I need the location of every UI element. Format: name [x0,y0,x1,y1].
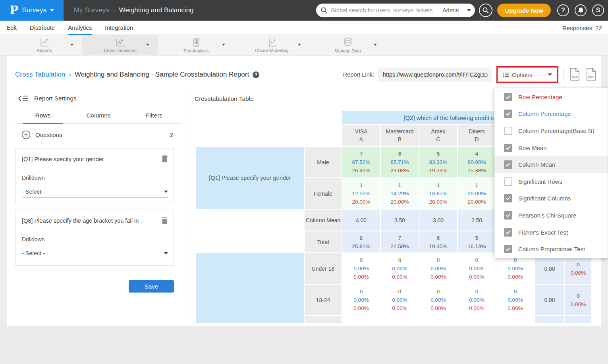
table-cell: 116.67%20.00% [419,178,457,209]
xls-file-icon: XLS [569,68,580,81]
collapse-panel-icon[interactable] [18,95,29,102]
export-xls-button[interactable]: XLS [569,68,580,82]
search-scope-dropdown-icon[interactable] [467,9,471,12]
tool-text-analysis[interactable]: Text Analysis [158,35,234,56]
menu-item-column-percentage[interactable]: Column Percentage [494,106,608,123]
tool-reports[interactable]: Reports [6,35,82,56]
cross-tabulation-link[interactable]: Cross Tabulation [15,71,65,79]
search-icon [321,7,327,13]
tab-edit[interactable]: Edit [6,21,17,35]
count-value: 6 [419,234,457,242]
menu-item-column-proportional-test[interactable]: Column Proportional Test [494,241,608,258]
tool-cross-tabulation[interactable]: Cross-Tabulation [82,35,158,56]
menu-item-column-percentage-base-n[interactable]: Column Percentage(Base N) [494,122,608,139]
row-percentage-value: 0.00% [458,264,496,273]
checkbox-unchecked[interactable] [504,127,512,135]
menu-item-column-mean[interactable]: Column Mean [494,156,608,173]
menu-item-fisher-s-exact-test[interactable]: Fisher's Exact Test [494,224,608,241]
drilldown-label: Drilldown [22,175,45,181]
checkbox-unchecked[interactable] [504,177,512,186]
search-submit-button[interactable] [479,4,492,17]
report-url[interactable]: https://www.questionpro.com/t/lFFCZg [383,71,480,78]
tab-columns[interactable]: Columns [71,109,126,123]
checkbox-checked[interactable] [504,211,512,220]
table-cell: 00.00%0.00% [342,285,380,315]
menu-item-row-percentage[interactable]: Row Percentage [494,89,608,106]
count-value: 0 [565,260,591,269]
report-url-field[interactable]: https://www.questionpro.com/t/lFFCZg [378,67,492,82]
global-search: Admin [316,4,475,17]
table-cell: 00.00%0.00% [458,285,496,315]
drilldown-select[interactable]: - Select - [22,186,168,198]
checkbox-checked[interactable] [504,194,512,202]
tool-choice-modelling[interactable]: Choice Modelling [234,35,310,56]
chevron-down-icon[interactable] [222,44,225,46]
column-percentage-value: 0.00% [496,273,534,281]
column-percentage-value: 20.00% [381,198,419,206]
export-pdf-button[interactable]: PDF [586,68,597,82]
total-percentage-value: 22.58% [381,242,419,250]
checkbox-checked[interactable] [504,228,512,237]
svg-text:PDF: PDF [588,75,594,79]
q1-row-question-header: [Q1] Please specify your gender [196,147,304,209]
question-card-q1: [Q1] Please specify your gender Drilldow… [15,148,174,204]
panel-divider [187,89,187,324]
breadcrumb-separator: › [113,7,115,14]
menu-item-label: Significant Rows [518,178,562,185]
menu-item-label: Row Percentage [518,94,562,100]
checkbox-checked[interactable] [504,144,512,152]
choice-modelling-icon [267,38,277,47]
count-value: 0 [458,256,496,264]
chevron-down-icon[interactable] [298,44,301,46]
notifications-button[interactable] [575,4,587,16]
chevron-down-icon[interactable] [374,44,377,46]
column-percentage-value: 0.00% [381,304,419,312]
delete-question-icon[interactable] [162,217,168,224]
options-button[interactable]: Options [498,67,557,82]
menu-item-pearson-s-chi-square[interactable]: Pearson's Chi-Square [494,207,608,224]
annotation-highlight-box: Options [496,66,558,83]
checkbox-checked[interactable] [504,110,512,118]
add-question-icon[interactable] [21,130,31,139]
menu-item-significant-rows[interactable]: Significant Rows [494,173,608,190]
survey-nav: Edit Distribute Analytics Integration Re… [0,21,608,35]
row-percentage-value: 80.00% [458,158,496,166]
chevron-down-icon[interactable] [70,44,73,46]
upgrade-now-button[interactable]: Upgrade Now [497,4,551,17]
tab-analytics[interactable]: Analytics [68,21,92,35]
report-link-cluster: Report Link: https://www.questionpro.com… [343,66,597,83]
text-analysis-icon [192,38,201,48]
save-button[interactable]: Save [129,280,174,293]
menu-item-significant-columns[interactable]: Significant Columns [494,190,608,207]
count-value: 5 [419,150,457,158]
table-cell: 787.50%26.92% [342,147,380,177]
checkbox-checked[interactable] [504,93,512,101]
tool-manage-data[interactable]: Manage Data [310,35,386,56]
column-header-visa: VISAA [342,125,380,146]
tab-filters[interactable]: Filters [126,109,182,123]
tab-integration[interactable]: Integration [105,21,133,35]
table-cell: 583.33%19.23% [419,147,457,177]
tab-rows[interactable]: Rows [15,109,71,123]
table-cell [342,316,380,323]
drilldown-select[interactable]: - Select - [22,247,168,259]
divider [463,6,463,15]
table-cell [565,316,591,323]
pdf-file-icon: PDF [586,68,597,81]
table-cell: 4.00 [342,210,380,231]
delete-question-icon[interactable] [162,155,168,162]
surveys-product-menu[interactable]: P Surveys [0,0,64,21]
column-percentage-value: 0.00% [419,304,457,312]
help-icon[interactable]: ? [253,71,259,78]
avatar-initial: S [596,7,600,14]
user-avatar[interactable]: S [592,4,604,16]
global-search-input[interactable] [330,7,442,13]
column-percentage-value: 0.00% [565,269,591,277]
checkbox-checked[interactable] [504,245,512,253]
chevron-down-icon[interactable] [146,44,149,46]
help-button[interactable]: ? [557,4,569,16]
menu-item-row-mean[interactable]: Row Mean [494,139,608,156]
tab-distribute[interactable]: Distribute [30,21,55,35]
breadcrumb-my-surveys[interactable]: My Surveys [74,6,109,14]
checkbox-checked[interactable] [504,160,512,169]
